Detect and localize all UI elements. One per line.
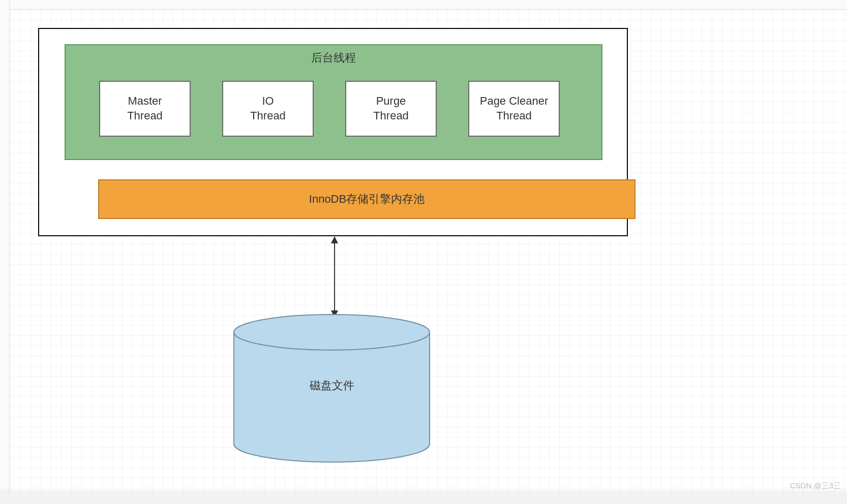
purge-thread-box: Purge Thread xyxy=(345,81,437,137)
memory-pool-box: InnoDB存储引擎内存池 xyxy=(98,179,636,219)
page-cleaner-thread-box: Page Cleaner Thread xyxy=(468,81,560,137)
svg-point-3 xyxy=(234,314,430,350)
background-threads-title: 后台线程 xyxy=(66,50,601,66)
ruler-top xyxy=(0,0,847,10)
outer-container: 后台线程 Master Thread IO Thread Purge Threa… xyxy=(38,28,628,236)
io-thread-box: IO Thread xyxy=(222,81,314,137)
svg-marker-1 xyxy=(331,236,338,243)
bottom-bar xyxy=(0,493,847,504)
master-thread-box: Master Thread xyxy=(99,81,191,137)
background-threads-group: 后台线程 Master Thread IO Thread Purge Threa… xyxy=(65,44,602,160)
ruler-left xyxy=(0,0,10,504)
double-arrow-icon xyxy=(329,236,340,318)
disk-cylinder: 磁盘文件 xyxy=(231,312,432,464)
watermark-text: CSDN @三3三 xyxy=(790,481,841,491)
disk-label: 磁盘文件 xyxy=(231,378,432,393)
